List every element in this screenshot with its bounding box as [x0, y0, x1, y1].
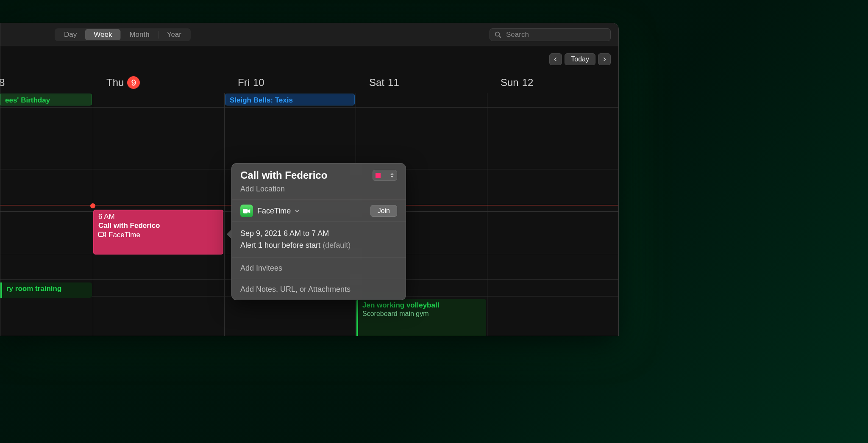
event-call-federico[interactable]: 6 AM Call with Federico FaceTime: [93, 210, 223, 255]
event-subtitle: Scoreboard main gym: [362, 310, 482, 318]
event-jen-volleyball[interactable]: Jen working volleyball Scoreboard main g…: [356, 299, 486, 336]
join-button[interactable]: Join: [370, 205, 397, 217]
chevron-left-icon: [553, 57, 558, 62]
popover-caret: [227, 229, 232, 239]
svg-rect-2: [99, 232, 103, 237]
day-header-fri: Fri 10: [224, 72, 356, 93]
search-input[interactable]: [505, 30, 606, 39]
day-header-thu: Thu 9: [93, 72, 224, 93]
day-number: 10: [253, 77, 264, 89]
event-room-training[interactable]: ry room training: [0, 282, 92, 298]
day-headers: Wed 8 Thu 9 Fri 10 Sat 11 Sun 12: [0, 72, 618, 93]
popover-title[interactable]: Call with Federico: [240, 169, 327, 181]
event-sleigh-bells-allday[interactable]: Sleigh Bells: Texis: [225, 94, 355, 105]
popover-details-section: Sep 9, 2021 6 AM to 7 AM Alert 1 hour be…: [232, 222, 406, 258]
add-notes-field[interactable]: Add Notes, URL, or Attachments: [240, 285, 351, 293]
event-location-text: FaceTime: [108, 230, 140, 239]
video-icon: [98, 230, 106, 239]
event-popover: Call with Federico Add Location: [231, 163, 406, 300]
day-header-sun: Sun 12: [487, 72, 618, 93]
chevron-down-icon[interactable]: [295, 209, 299, 213]
alert-default-label: (default): [323, 241, 351, 249]
view-month-button[interactable]: Month: [121, 29, 158, 40]
col-fri: [224, 93, 225, 336]
popover-location-section: Add Location: [232, 181, 406, 200]
today-button[interactable]: Today: [565, 53, 595, 65]
svg-rect-3: [243, 209, 248, 213]
next-week-button[interactable]: [598, 53, 611, 65]
day-header-wed: Wed 8: [0, 72, 93, 93]
calendar-window: Day Week Month Year Today: [0, 23, 619, 336]
event-title: Call with Federico: [98, 221, 218, 230]
chevron-updown-icon: [390, 173, 394, 178]
hour-line: [0, 107, 618, 108]
view-week-button[interactable]: Week: [85, 29, 120, 40]
view-switcher: Day Week Month Year: [55, 28, 191, 41]
chevron-right-icon: [602, 57, 607, 62]
week-grid[interactable]: ees' Birthday Sleigh Bells: Texis 6 AM C…: [0, 93, 618, 336]
view-day-button[interactable]: Day: [56, 29, 85, 40]
toolbar: Day Week Month Year: [0, 23, 618, 46]
popover-header: Call with Federico: [232, 163, 406, 181]
weekday-label: Sat: [369, 77, 384, 89]
add-location-field[interactable]: Add Location: [240, 185, 285, 193]
view-year-button[interactable]: Year: [159, 29, 190, 40]
svg-line-1: [499, 36, 501, 38]
svg-point-0: [495, 32, 500, 36]
popover-notes-section: Add Notes, URL, or Attachments: [232, 279, 406, 300]
event-title: Jen working volleyball: [362, 301, 482, 310]
popover-date-line[interactable]: Sep 9, 2021 6 AM to 7 AM: [240, 228, 397, 240]
search-field[interactable]: [490, 28, 611, 41]
day-header-sat: Sat 11: [356, 72, 487, 93]
col-sun: [487, 93, 487, 336]
day-number: 11: [388, 77, 399, 89]
weekday-label: Sun: [501, 77, 519, 89]
add-invitees-field[interactable]: Add Invitees: [240, 264, 282, 272]
alert-text: Alert 1 hour before start: [240, 241, 320, 249]
color-swatch: [376, 173, 381, 178]
facetime-app-icon: [240, 205, 253, 217]
day-number: 8: [0, 77, 5, 89]
search-icon: [494, 31, 502, 39]
calendar-color-picker[interactable]: [373, 170, 397, 181]
weekday-label: Fri: [238, 77, 250, 89]
day-number: 12: [522, 77, 534, 89]
prev-week-button[interactable]: [549, 53, 562, 65]
now-dot: [90, 203, 95, 208]
event-birthday-allday[interactable]: ees' Birthday: [0, 94, 92, 105]
popover-facetime-row: FaceTime Join: [232, 200, 406, 222]
weekday-label: Thu: [106, 77, 124, 89]
today-badge: 9: [127, 76, 140, 89]
nav-controls: Today: [0, 46, 618, 72]
popover-alert-line[interactable]: Alert 1 hour before start (default): [240, 240, 397, 252]
event-time-label: 6 AM: [98, 212, 218, 221]
facetime-label[interactable]: FaceTime: [257, 207, 291, 216]
event-location: FaceTime: [98, 230, 140, 239]
popover-invitees-section: Add Invitees: [232, 258, 406, 279]
